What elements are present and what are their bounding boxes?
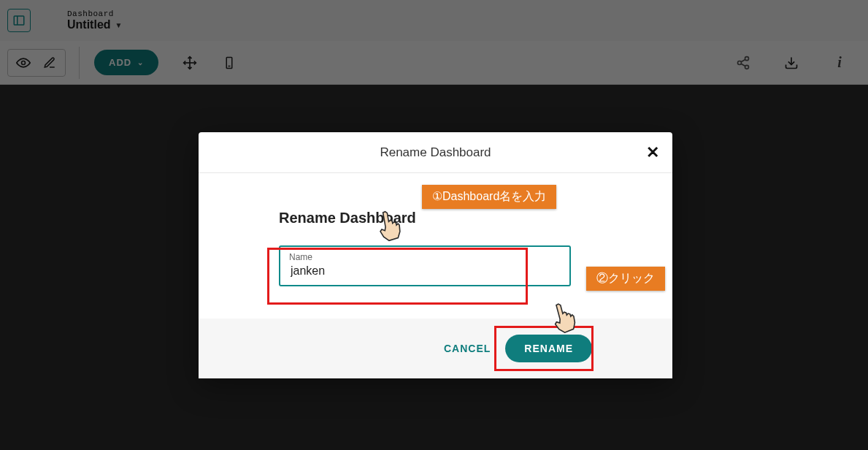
name-field-wrap: Name (279, 245, 571, 286)
close-icon[interactable]: ✕ (646, 143, 659, 162)
rename-modal: Rename Dashboard ✕ Rename Dashboard Name… (199, 132, 672, 378)
modal-footer: CANCEL RENAME (199, 319, 672, 378)
modal-body-heading: Rename Dashboard (279, 210, 592, 226)
rename-button[interactable]: RENAME (505, 335, 592, 362)
pointer-hand-icon (370, 207, 407, 247)
modal-title: Rename Dashboard (380, 145, 491, 160)
name-field-label: Name (289, 252, 312, 262)
annotation-step1: ①Dashboard名を入力 (422, 185, 556, 209)
annotation-step2: ②クリック (586, 267, 665, 291)
name-input[interactable] (279, 245, 571, 286)
cancel-button[interactable]: CANCEL (444, 343, 491, 354)
modal-header: Rename Dashboard ✕ (199, 132, 672, 173)
